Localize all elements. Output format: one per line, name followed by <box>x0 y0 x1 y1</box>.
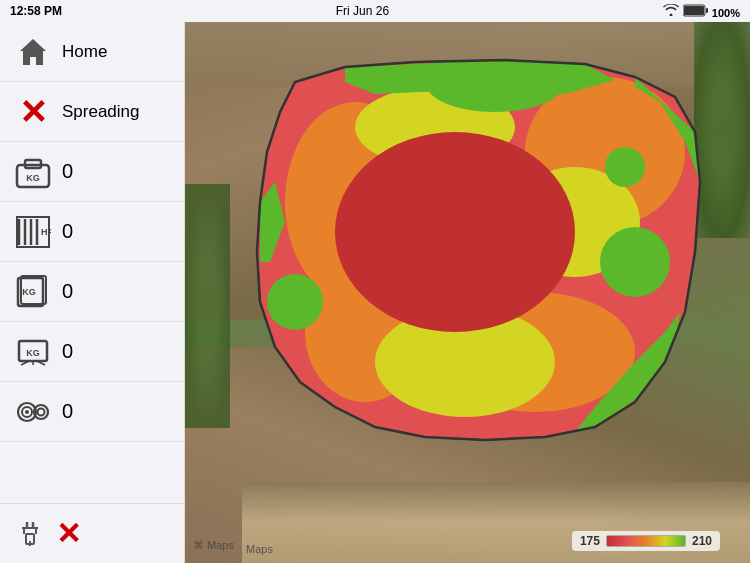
footer-red-x-icon[interactable]: ✕ <box>56 519 81 549</box>
kg-total-value: 0 <box>62 160 73 183</box>
maps-label: Maps <box>246 543 273 555</box>
map-area[interactable]: 175 210 ⌘ Maps Maps <box>185 22 750 563</box>
maps-watermark: ⌘ Maps Maps <box>193 537 273 555</box>
sidebar-item-home[interactable]: Home <box>0 22 184 82</box>
plug-icon[interactable] <box>14 516 46 552</box>
battery-icon: 100% <box>683 4 740 19</box>
svg-point-40 <box>267 274 323 330</box>
svg-point-22 <box>25 410 29 414</box>
home-icon <box>14 33 52 71</box>
sidebar-item-spreading[interactable]: ✕ Spreading <box>0 82 184 142</box>
legend-min: 175 <box>580 534 600 548</box>
ha-area-value: 0 <box>62 220 73 243</box>
kg-spread-icon: KG <box>14 333 52 371</box>
status-date: Fri Jun 26 <box>336 4 389 18</box>
sidebar-footer: ✕ <box>0 503 184 563</box>
svg-text:KG: KG <box>26 348 40 358</box>
sidebar-item-kg-spread[interactable]: KG 0 <box>0 322 184 382</box>
status-time: 12:58 PM <box>10 4 62 18</box>
kg-pages-icon: KG <box>14 273 52 311</box>
spreading-label: Spreading <box>62 102 140 122</box>
home-label: Home <box>62 42 107 62</box>
svg-text:KG: KG <box>26 173 40 183</box>
spreading-x-icon: ✕ <box>14 93 52 131</box>
svg-point-41 <box>605 147 645 187</box>
status-right-icons: 100% <box>663 4 740 19</box>
targets-icon <box>14 393 52 431</box>
targets-value: 0 <box>62 400 73 423</box>
sidebar-item-targets[interactable]: 0 <box>0 382 184 442</box>
ha-field-icon: HA <box>14 213 52 251</box>
sidebar-item-kg-rate[interactable]: KG 0 <box>0 262 184 322</box>
svg-point-24 <box>38 408 45 415</box>
svg-text:⌘: ⌘ <box>193 539 204 551</box>
svg-rect-2 <box>706 8 708 13</box>
kg-spread-value: 0 <box>62 340 73 363</box>
wifi-icon <box>663 4 679 18</box>
svg-text:KG: KG <box>22 287 36 297</box>
legend-gradient-bar <box>606 535 686 547</box>
svg-point-39 <box>600 227 670 297</box>
svg-rect-1 <box>684 6 704 15</box>
sidebar: Home ✕ Spreading KG 0 <box>0 22 185 563</box>
svg-text:Maps: Maps <box>207 539 234 551</box>
sidebar-item-ha-area[interactable]: HA 0 <box>0 202 184 262</box>
legend-max: 210 <box>692 534 712 548</box>
status-bar: 12:58 PM Fri Jun 26 100% <box>0 0 750 22</box>
kg-rate-value: 0 <box>62 280 73 303</box>
sidebar-item-kg-total[interactable]: KG 0 <box>0 142 184 202</box>
map-legend: 175 210 <box>572 531 720 551</box>
svg-point-43 <box>425 147 545 237</box>
kg-weight-icon: KG <box>14 153 52 191</box>
